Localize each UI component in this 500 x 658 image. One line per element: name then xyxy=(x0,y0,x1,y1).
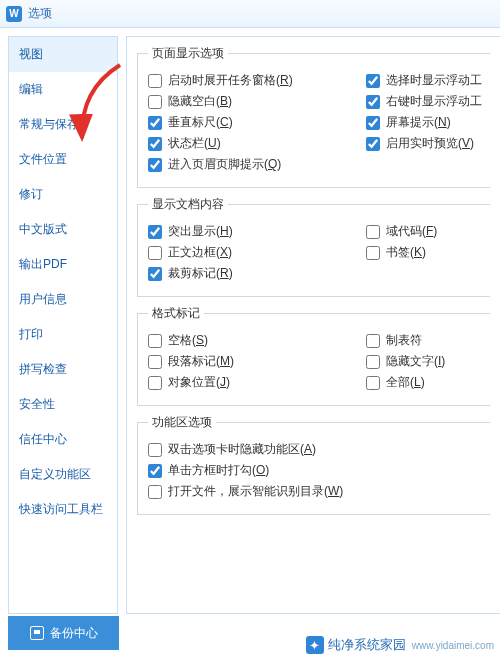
option: 隐藏文字(I) xyxy=(366,353,486,370)
option-label[interactable]: 全部(L) xyxy=(386,374,425,391)
option-checkbox[interactable] xyxy=(148,464,162,478)
option: 启动时展开任务窗格(R) xyxy=(148,72,366,89)
option-checkbox[interactable] xyxy=(366,74,380,88)
sidebar-item[interactable]: 中文版式 xyxy=(9,212,117,247)
option: 全部(L) xyxy=(366,374,486,391)
group-ribbon: 功能区选项 双击选项卡时隐藏功能区(A)单击方框时打勾(O)打开文件，展示智能识… xyxy=(137,414,490,515)
sidebar-item[interactable]: 编辑 xyxy=(9,72,117,107)
option-checkbox[interactable] xyxy=(148,376,162,390)
option-label[interactable]: 空格(S) xyxy=(168,332,208,349)
option-label[interactable]: 打开文件，展示智能识别目录(W) xyxy=(168,483,343,500)
option-label[interactable]: 正文边框(X) xyxy=(168,244,232,261)
sidebar-item[interactable]: 用户信息 xyxy=(9,282,117,317)
option-checkbox[interactable] xyxy=(148,74,162,88)
option-label[interactable]: 垂直标尺(C) xyxy=(168,114,233,131)
sidebar-item[interactable]: 打印 xyxy=(9,317,117,352)
watermark-brand: 纯净系统家园 xyxy=(328,636,406,654)
option-checkbox[interactable] xyxy=(148,116,162,130)
option: 垂直标尺(C) xyxy=(148,114,366,131)
option: 空格(S) xyxy=(148,332,366,349)
option-label[interactable]: 启动时展开任务窗格(R) xyxy=(168,72,293,89)
option-label[interactable]: 域代码(F) xyxy=(386,223,437,240)
sidebar-item[interactable]: 常规与保存 xyxy=(9,107,117,142)
watermark: ✦ 纯净系统家园 www.yidaimei.com xyxy=(306,636,494,654)
backup-label: 备份中心 xyxy=(50,625,98,642)
option: 右键时显示浮动工 xyxy=(366,93,486,110)
option-label[interactable]: 裁剪标记(R) xyxy=(168,265,233,282)
option-label[interactable]: 屏幕提示(N) xyxy=(386,114,451,131)
option: 启用实时预览(V) xyxy=(366,135,486,152)
watermark-icon: ✦ xyxy=(306,636,324,654)
option-checkbox[interactable] xyxy=(148,158,162,172)
option: 屏幕提示(N) xyxy=(366,114,486,131)
option-checkbox[interactable] xyxy=(148,267,162,281)
option-checkbox[interactable] xyxy=(148,355,162,369)
option-checkbox[interactable] xyxy=(366,246,380,260)
main-panel: 页面显示选项 启动时展开任务窗格(R)选择时显示浮动工隐藏空白(B)右键时显示浮… xyxy=(126,36,500,614)
option-label[interactable]: 隐藏空白(B) xyxy=(168,93,232,110)
option-label[interactable]: 段落标记(M) xyxy=(168,353,234,370)
option-label[interactable]: 对象位置(J) xyxy=(168,374,230,391)
option: 突出显示(H) xyxy=(148,223,366,240)
option: 正文边框(X) xyxy=(148,244,366,261)
option-label[interactable]: 选择时显示浮动工 xyxy=(386,72,482,89)
option-checkbox[interactable] xyxy=(366,355,380,369)
option: 隐藏空白(B) xyxy=(148,93,366,110)
option: 进入页眉页脚提示(Q) xyxy=(148,156,486,173)
sidebar-item[interactable]: 自定义功能区 xyxy=(9,457,117,492)
sidebar-item[interactable]: 修订 xyxy=(9,177,117,212)
option: 选择时显示浮动工 xyxy=(366,72,486,89)
option-checkbox[interactable] xyxy=(366,334,380,348)
group-format-marks: 格式标记 空格(S)制表符段落标记(M)隐藏文字(I)对象位置(J)全部(L) xyxy=(137,305,490,406)
option-label[interactable]: 双击选项卡时隐藏功能区(A) xyxy=(168,441,316,458)
sidebar-item[interactable]: 文件位置 xyxy=(9,142,117,177)
group-body: 空格(S)制表符段落标记(M)隐藏文字(I)对象位置(J)全部(L) xyxy=(148,332,486,391)
app-icon: W xyxy=(6,6,22,22)
option: 打开文件，展示智能识别目录(W) xyxy=(148,483,486,500)
option: 状态栏(U) xyxy=(148,135,366,152)
option: 单击方框时打勾(O) xyxy=(148,462,486,479)
group-body: 突出显示(H)域代码(F)正文边框(X)书签(K)裁剪标记(R) xyxy=(148,223,486,282)
option-label[interactable]: 状态栏(U) xyxy=(168,135,221,152)
sidebar-item[interactable]: 拼写检查 xyxy=(9,352,117,387)
option-checkbox[interactable] xyxy=(148,246,162,260)
option-checkbox[interactable] xyxy=(366,376,380,390)
group-title: 格式标记 xyxy=(148,305,204,322)
window-title: 选项 xyxy=(28,5,52,22)
option-checkbox[interactable] xyxy=(366,137,380,151)
option: 域代码(F) xyxy=(366,223,486,240)
sidebar-item[interactable]: 输出PDF xyxy=(9,247,117,282)
sidebar-item[interactable]: 快速访问工具栏 xyxy=(9,492,117,527)
option-checkbox[interactable] xyxy=(366,116,380,130)
group-doc-content: 显示文档内容 突出显示(H)域代码(F)正文边框(X)书签(K)裁剪标记(R) xyxy=(137,196,490,297)
option-checkbox[interactable] xyxy=(148,95,162,109)
backup-icon xyxy=(30,626,44,640)
option-label[interactable]: 突出显示(H) xyxy=(168,223,233,240)
option-checkbox[interactable] xyxy=(148,443,162,457)
sidebar-item[interactable]: 安全性 xyxy=(9,387,117,422)
sidebar-item[interactable]: 视图 xyxy=(9,37,117,72)
group-title: 页面显示选项 xyxy=(148,45,228,62)
sidebar-item[interactable]: 信任中心 xyxy=(9,422,117,457)
option-checkbox[interactable] xyxy=(148,137,162,151)
group-title: 功能区选项 xyxy=(148,414,216,431)
option-checkbox[interactable] xyxy=(366,95,380,109)
group-body: 启动时展开任务窗格(R)选择时显示浮动工隐藏空白(B)右键时显示浮动工垂直标尺(… xyxy=(148,72,486,173)
group-title: 显示文档内容 xyxy=(148,196,228,213)
option-label[interactable]: 单击方框时打勾(O) xyxy=(168,462,269,479)
option-checkbox[interactable] xyxy=(148,334,162,348)
option-label[interactable]: 进入页眉页脚提示(Q) xyxy=(168,156,281,173)
option-label[interactable]: 隐藏文字(I) xyxy=(386,353,445,370)
option-checkbox[interactable] xyxy=(366,225,380,239)
option-label[interactable]: 书签(K) xyxy=(386,244,426,261)
option: 制表符 xyxy=(366,332,486,349)
option-label[interactable]: 启用实时预览(V) xyxy=(386,135,474,152)
option-checkbox[interactable] xyxy=(148,485,162,499)
group-body: 双击选项卡时隐藏功能区(A)单击方框时打勾(O)打开文件，展示智能识别目录(W) xyxy=(148,441,486,500)
option-label[interactable]: 右键时显示浮动工 xyxy=(386,93,482,110)
backup-center-button[interactable]: 备份中心 xyxy=(8,616,119,650)
option: 裁剪标记(R) xyxy=(148,265,486,282)
option-checkbox[interactable] xyxy=(148,225,162,239)
sidebar: 视图编辑常规与保存文件位置修订中文版式输出PDF用户信息打印拼写检查安全性信任中… xyxy=(8,36,118,614)
option-label[interactable]: 制表符 xyxy=(386,332,422,349)
